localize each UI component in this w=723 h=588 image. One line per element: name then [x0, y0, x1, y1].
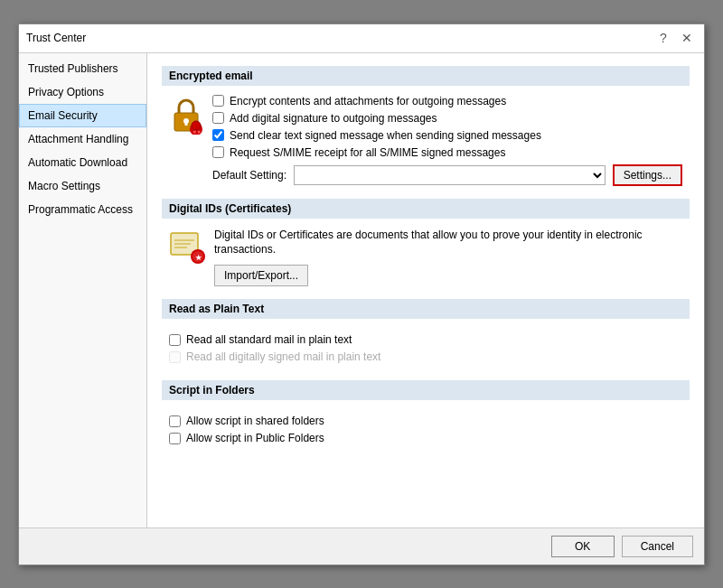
add-digital-sig-checkbox[interactable]	[212, 112, 224, 124]
encrypt-contents-row: Encrypt contents and attachments for out…	[212, 95, 682, 107]
encrypted-email-body: 🎀 Encrypt contents and attachments for o…	[162, 95, 690, 199]
digital-id-description: Digital IDs or Certificates are document…	[214, 228, 682, 258]
request-smime-label: Request S/MIME receipt for all S/MIME si…	[230, 146, 505, 159]
encrypt-contents-checkbox[interactable]	[212, 95, 224, 107]
main-panel: Encrypted email	[147, 53, 704, 527]
script-in-folders-body: Allow script in shared folders Allow scr…	[162, 409, 690, 462]
ok-button[interactable]: OK	[551, 536, 615, 557]
digital-id-text: Digital IDs or Certificates are document…	[214, 228, 682, 287]
svg-text:★: ★	[195, 253, 202, 261]
read-signed-plain-label: Read all digitally signed mail in plain …	[186, 350, 380, 363]
trust-center-dialog: Trust Center ? ✕ Trusted Publishers Priv…	[18, 23, 705, 565]
dialog-content: Trusted Publishers Privacy Options Email…	[19, 53, 704, 527]
script-in-folders-header: Script in Folders	[162, 380, 690, 400]
sidebar-item-programmatic-access[interactable]: Programmatic Access	[19, 198, 146, 221]
allow-shared-folders-label: Allow script in shared folders	[186, 415, 324, 427]
plain-text-body: Read all standard mail in plain text Rea…	[162, 328, 690, 380]
read-signed-plain-row: Read all digitally signed mail in plain …	[169, 350, 682, 363]
sidebar-item-trusted-publishers[interactable]: Trusted Publishers	[19, 57, 146, 80]
allow-shared-folders-checkbox[interactable]	[169, 415, 181, 427]
lock-icon: 🎀	[169, 97, 203, 143]
read-signed-plain-checkbox[interactable]	[169, 351, 181, 363]
certificate-icon: ★	[169, 229, 205, 273]
default-setting-row: Default Setting: Settings...	[212, 164, 682, 186]
allow-public-folders-label: Allow script in Public Folders	[186, 432, 324, 444]
import-export-button[interactable]: Import/Export...	[214, 265, 308, 286]
send-clear-text-checkbox[interactable]	[212, 129, 224, 141]
allow-public-folders-row: Allow script in Public Folders	[169, 432, 682, 444]
read-standard-plain-row: Read all standard mail in plain text	[169, 333, 682, 346]
sidebar-item-email-security[interactable]: Email Security	[19, 104, 146, 127]
add-digital-sig-label: Add digital signature to outgoing messag…	[230, 112, 437, 125]
encrypted-email-checkboxes: Encrypt contents and attachments for out…	[212, 95, 682, 186]
sidebar: Trusted Publishers Privacy Options Email…	[19, 53, 147, 527]
close-button[interactable]: ✕	[677, 29, 697, 47]
titlebar: Trust Center ? ✕	[19, 24, 704, 53]
settings-button[interactable]: Settings...	[613, 164, 682, 186]
send-clear-text-row: Send clear text signed message when send…	[212, 129, 682, 142]
encrypt-contents-label: Encrypt contents and attachments for out…	[230, 95, 506, 107]
svg-rect-2	[185, 121, 188, 126]
allow-shared-folders-row: Allow script in shared folders	[169, 415, 682, 427]
help-button[interactable]: ?	[653, 29, 673, 47]
allow-public-folders-checkbox[interactable]	[169, 433, 181, 444]
dialog-footer: OK Cancel	[19, 527, 704, 565]
encrypted-email-top: 🎀 Encrypt contents and attachments for o…	[169, 95, 682, 186]
sidebar-item-attachment-handling[interactable]: Attachment Handling	[19, 127, 146, 151]
request-smime-checkbox[interactable]	[212, 146, 224, 158]
default-setting-select[interactable]	[294, 165, 606, 185]
sidebar-item-macro-settings[interactable]: Macro Settings	[19, 174, 146, 198]
read-standard-plain-checkbox[interactable]	[169, 334, 181, 346]
cancel-button[interactable]: Cancel	[622, 536, 693, 557]
dialog-title: Trust Center	[26, 32, 86, 44]
read-standard-plain-label: Read all standard mail in plain text	[186, 333, 352, 346]
sidebar-item-privacy-options[interactable]: Privacy Options	[19, 80, 146, 104]
encrypted-email-header: Encrypted email	[162, 66, 690, 86]
sidebar-item-automatic-download[interactable]: Automatic Download	[19, 151, 146, 174]
send-clear-text-label: Send clear text signed message when send…	[230, 129, 541, 142]
plain-text-header: Read as Plain Text	[162, 299, 690, 319]
request-smime-row: Request S/MIME receipt for all S/MIME si…	[212, 146, 682, 159]
digital-ids-body: ★ Digital IDs or Certificates are docume…	[162, 228, 690, 300]
titlebar-controls: ? ✕	[653, 29, 697, 47]
digital-ids-header: Digital IDs (Certificates)	[162, 199, 690, 219]
add-digital-sig-row: Add digital signature to outgoing messag…	[212, 112, 682, 125]
svg-point-5	[192, 121, 201, 130]
default-setting-label: Default Setting:	[212, 169, 286, 182]
